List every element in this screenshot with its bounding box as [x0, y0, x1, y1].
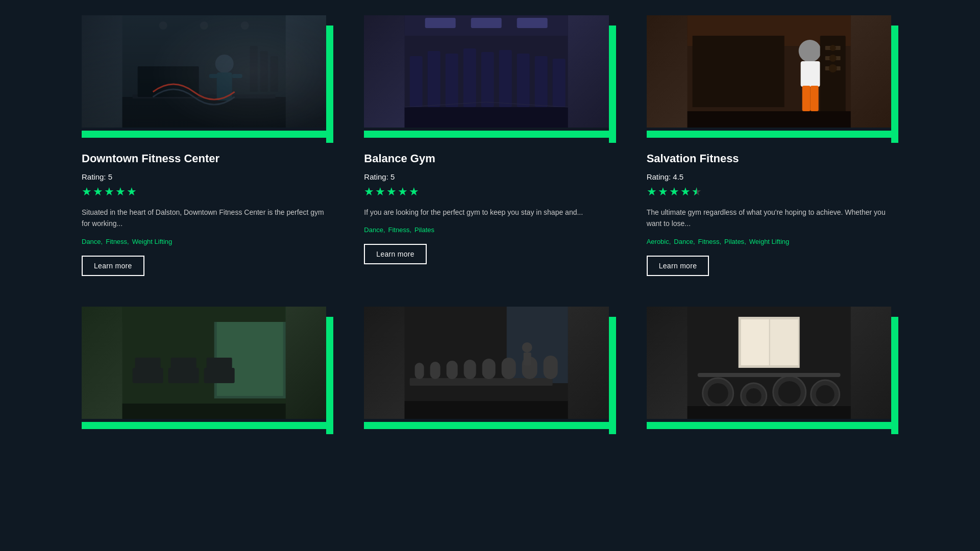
svg-rect-27 — [535, 56, 548, 107]
tag-item: Dance — [674, 238, 695, 245]
svg-rect-36 — [802, 86, 810, 111]
gym-card-balance-gym: Balance Gym Rating: 5 ★★★★★ If you are l… — [364, 15, 616, 276]
tag-item: Weight Lifting — [749, 238, 790, 245]
star-full: ★ — [669, 185, 679, 198]
svg-rect-19 — [405, 107, 568, 128]
tag-item: Dance — [82, 238, 103, 245]
svg-rect-61 — [430, 362, 440, 379]
svg-point-34 — [798, 40, 821, 62]
gym-description: Situated in the heart of Dalston, Downto… — [82, 207, 333, 230]
card-image-wrapper — [364, 307, 616, 429]
star-full: ★ — [82, 185, 92, 198]
learn-more-button[interactable]: Learn more — [364, 244, 427, 264]
gym-title: Balance Gym — [364, 152, 616, 165]
svg-rect-60 — [415, 363, 424, 379]
card-image-wrapper — [364, 15, 616, 138]
svg-rect-55 — [122, 307, 286, 322]
gym-grid: Downtown Fitness Center Rating: 5 ★★★★★ … — [82, 15, 898, 443]
gym-title: Downtown Fitness Center — [82, 152, 333, 165]
svg-rect-74 — [770, 319, 798, 365]
svg-point-42 — [829, 45, 836, 51]
tag-item: Aerobic — [647, 238, 671, 245]
rating-text: Rating: 5 — [364, 172, 616, 181]
card-image-wrapper — [647, 15, 898, 138]
learn-more-button[interactable]: Learn more — [82, 256, 144, 276]
svg-point-43 — [829, 55, 836, 62]
svg-rect-24 — [481, 52, 494, 107]
svg-rect-3 — [138, 66, 199, 97]
svg-rect-18 — [517, 18, 548, 28]
star-full: ★ — [386, 185, 397, 198]
svg-rect-70 — [405, 401, 568, 419]
tag-list: DanceFitnessPilates — [364, 226, 616, 234]
svg-rect-9 — [260, 51, 268, 92]
svg-rect-17 — [471, 18, 502, 28]
svg-rect-45 — [687, 111, 850, 128]
svg-rect-56 — [122, 404, 286, 419]
svg-rect-20 — [410, 56, 423, 107]
star-full: ★ — [127, 185, 137, 198]
svg-rect-8 — [250, 46, 258, 92]
tag-item: Dance — [364, 226, 385, 234]
gym-image — [82, 307, 326, 419]
svg-rect-10 — [271, 56, 278, 92]
gym-card-gym-6 — [647, 307, 898, 443]
star-full: ★ — [409, 185, 419, 198]
gym-card-downtown-fitness: Downtown Fitness Center Rating: 5 ★★★★★ … — [82, 15, 333, 276]
card-image-wrapper — [82, 307, 333, 429]
svg-rect-26 — [517, 54, 530, 107]
svg-rect-54 — [207, 358, 232, 370]
gym-image — [82, 15, 326, 128]
card-image-wrapper — [82, 15, 333, 138]
svg-rect-35 — [800, 61, 820, 87]
svg-rect-25 — [499, 50, 512, 107]
svg-rect-67 — [544, 356, 558, 379]
svg-rect-59 — [410, 378, 553, 386]
star-full: ★ — [647, 185, 657, 198]
star-full: ★ — [364, 185, 374, 198]
svg-point-82 — [816, 385, 834, 404]
star-full: ★ — [93, 185, 103, 198]
svg-point-11 — [159, 21, 167, 30]
rating-text: Rating: 4.5 — [647, 172, 898, 181]
gym-image — [364, 307, 608, 419]
star-rating: ★★★★ ★ ★ — [647, 185, 898, 198]
svg-rect-83 — [697, 373, 840, 377]
card-image-wrapper — [647, 307, 898, 429]
gym-description: If you are looking for the perfect gym t… — [364, 207, 616, 218]
svg-rect-2 — [133, 94, 276, 98]
gym-description: The ultimate gym regardless of what you'… — [647, 207, 898, 230]
gym-title: Salvation Fitness — [647, 152, 898, 165]
svg-point-68 — [522, 342, 532, 353]
star-full: ★ — [398, 185, 408, 198]
svg-point-4 — [215, 55, 234, 73]
svg-rect-84 — [687, 406, 850, 419]
gym-card-salvation-fitness: Salvation Fitness Rating: 4.5 ★★★★ ★ ★ T… — [647, 15, 898, 276]
svg-point-76 — [707, 383, 728, 404]
svg-rect-16 — [425, 18, 456, 28]
tag-item: Fitness — [698, 238, 722, 245]
learn-more-button[interactable]: Learn more — [647, 256, 709, 276]
gym-card-gym-4 — [82, 307, 333, 443]
tag-item: Weight Lifting — [132, 238, 173, 245]
gym-card-gym-5 — [364, 307, 616, 443]
svg-rect-1 — [122, 97, 286, 128]
svg-rect-73 — [741, 319, 769, 365]
gym-image — [364, 15, 608, 128]
tag-list: AerobicDanceFitnessPilatesWeight Lifting — [647, 238, 898, 245]
svg-rect-23 — [463, 48, 476, 107]
svg-rect-63 — [464, 360, 476, 379]
svg-point-44 — [828, 64, 837, 72]
svg-rect-69 — [524, 353, 531, 365]
svg-rect-37 — [810, 86, 818, 111]
gym-image — [647, 15, 891, 128]
star-full: ★ — [115, 185, 126, 198]
star-full: ★ — [104, 185, 114, 198]
svg-rect-50 — [135, 358, 161, 370]
star-full: ★ — [680, 185, 691, 198]
svg-rect-28 — [553, 59, 566, 107]
svg-rect-5 — [217, 72, 232, 101]
svg-point-80 — [778, 381, 800, 404]
star-half: ★ ★ — [692, 185, 702, 198]
rating-text: Rating: 5 — [82, 172, 333, 181]
